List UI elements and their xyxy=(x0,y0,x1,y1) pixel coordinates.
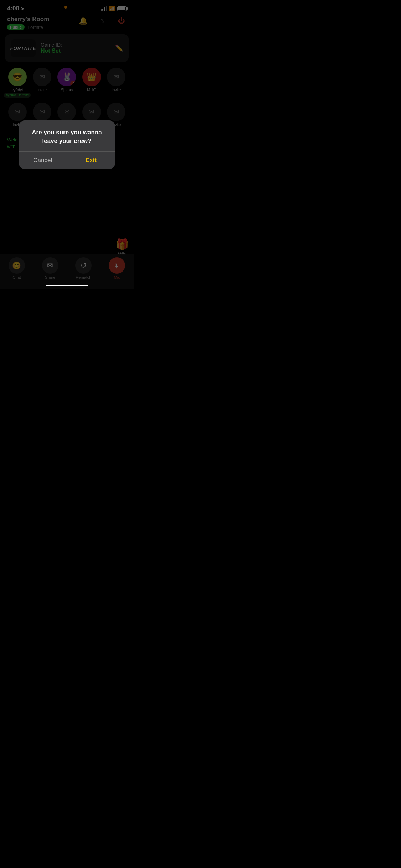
modal-overlay[interactable]: Are you sure you wanna leave your crew? … xyxy=(0,0,134,289)
cancel-button[interactable]: Cancel xyxy=(19,152,67,169)
exit-button[interactable]: Exit xyxy=(67,152,115,169)
leave-crew-dialog: Are you sure you wanna leave your crew? … xyxy=(19,120,115,169)
dialog-title: Are you sure you wanna leave your crew? xyxy=(26,128,108,145)
dialog-buttons: Cancel Exit xyxy=(19,151,115,169)
dialog-body: Are you sure you wanna leave your crew? xyxy=(19,120,115,152)
home-indicator xyxy=(46,285,88,286)
